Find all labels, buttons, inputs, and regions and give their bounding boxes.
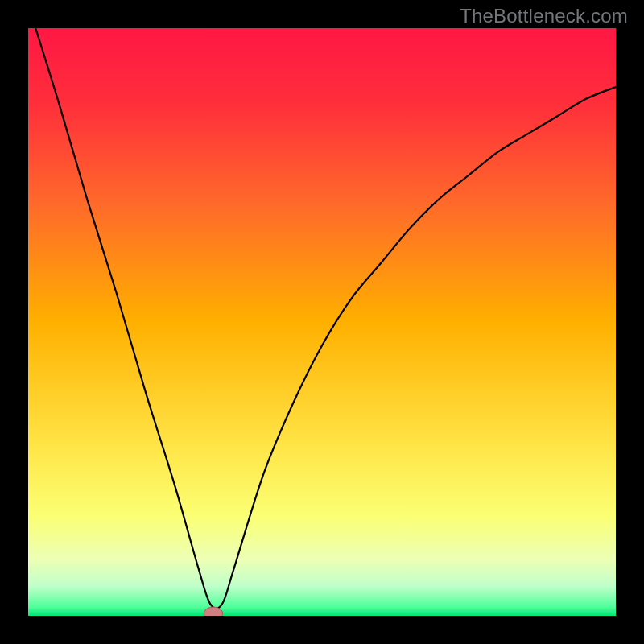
plot-area: [28, 28, 616, 616]
chart-frame: TheBottleneck.com: [0, 0, 644, 644]
bottleneck-curve: [28, 28, 616, 616]
minimum-marker: [204, 607, 222, 616]
watermark-text: TheBottleneck.com: [460, 5, 628, 27]
